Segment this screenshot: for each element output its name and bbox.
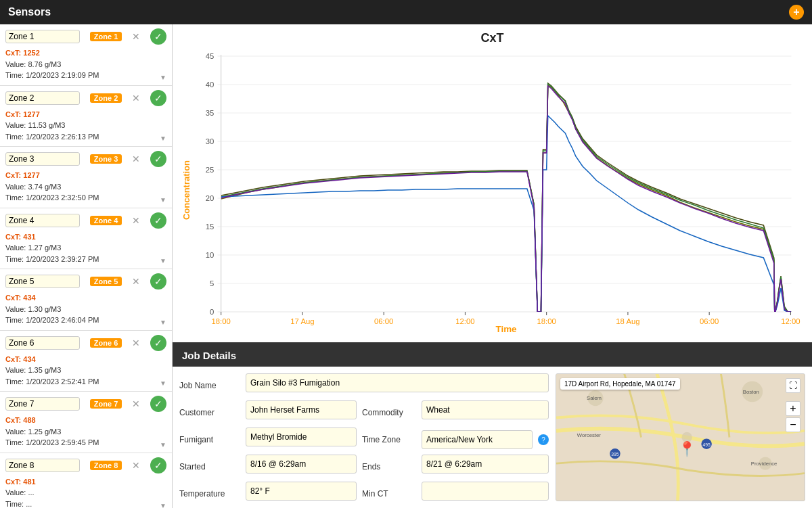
- sensor-check-3: ✓: [150, 151, 166, 167]
- sensor-check-6: ✓: [150, 335, 166, 351]
- sensor-check-2: ✓: [150, 90, 166, 106]
- sensor-info-7: CxT: 488 Value: 1.25 g/M3 Time: 1/20/202…: [5, 415, 166, 448]
- sensor-time-3: Time: 1/20/2023 2:32:50 PM: [5, 192, 166, 204]
- sensor-expand-6[interactable]: ▼: [160, 379, 166, 387]
- map-zoom-out-button[interactable]: −: [786, 417, 800, 432]
- sensor-check-1: ✓: [150, 28, 166, 45]
- commodity-input[interactable]: [422, 400, 549, 419]
- chart-title: CxT: [179, 31, 805, 45]
- sensor-badge-3: Zone 3: [90, 154, 122, 164]
- sensor-cxt-7: CxT: 488: [5, 415, 166, 426]
- timezone-input[interactable]: [422, 430, 533, 449]
- sensor-cxt-3: CxT: 1277: [5, 170, 166, 181]
- sensor-cxt-5: CxT: 434: [5, 292, 166, 304]
- right-panel: CxT Concentration 0: [173, 24, 812, 508]
- sensor-expand-8[interactable]: ▼: [160, 502, 166, 508]
- svg-text:17 Aug: 17 Aug: [290, 317, 314, 325]
- sensor-expand-1[interactable]: ▼: [160, 74, 166, 81]
- sensor-cxt-4: CxT: 431: [5, 231, 166, 243]
- sensor-value-4: Value: 1.27 g/M3: [5, 242, 166, 254]
- sensor-name-input-1[interactable]: [5, 30, 80, 43]
- svg-text:18 Aug: 18 Aug: [616, 317, 639, 325]
- sensor-value-8: Value: ...: [5, 487, 166, 499]
- map-placeholder: Salem Boston Worcester Providence 📍 395 …: [556, 374, 805, 501]
- customer-input[interactable]: [246, 400, 357, 419]
- sensor-close-button-4[interactable]: ✕: [132, 215, 140, 226]
- sensor-card-4: Zone 4 ✕ ✓ CxT: 431 Value: 1.27 g/M3 Tim…: [0, 208, 172, 270]
- ends-input[interactable]: [422, 455, 549, 474]
- sensor-card-5: Zone 5 ✕ ✓ CxT: 434 Value: 1.30 g/M3 Tim…: [0, 269, 172, 331]
- sensor-check-5: ✓: [150, 273, 166, 290]
- sensor-cxt-2: CxT: 1277: [5, 109, 166, 120]
- sensor-name-input-7[interactable]: [5, 397, 80, 411]
- svg-text:Salem: Salem: [587, 395, 602, 401]
- svg-text:40: 40: [206, 80, 215, 89]
- sensor-close-button-1[interactable]: ✕: [132, 31, 140, 42]
- sensor-name-input-2[interactable]: [5, 91, 80, 105]
- svg-text:12:00: 12:00: [781, 317, 800, 325]
- sensor-time-2: Time: 1/20/2023 2:26:13 PM: [5, 131, 166, 143]
- temperature-input[interactable]: [246, 482, 357, 501]
- fumigant-input[interactable]: [246, 428, 357, 446]
- sensor-expand-7[interactable]: ▼: [160, 441, 166, 448]
- map-address: 17D Airport Rd, Hopedale, MA 01747: [560, 378, 680, 390]
- sensor-close-button-6[interactable]: ✕: [132, 338, 140, 348]
- chart-svg: Concentration 0 5 10 15 20 25: [179, 48, 805, 332]
- svg-text:Providence: Providence: [751, 461, 777, 467]
- sensor-expand-5[interactable]: ▼: [160, 319, 166, 326]
- sensor-card-2: Zone 2 ✕ ✓ CxT: 1277 Value: 11.53 g/M3 T…: [0, 86, 172, 147]
- sensor-time-1: Time: 1/20/2023 2:19:09 PM: [5, 70, 166, 81]
- sensor-time-8: Time: ...: [5, 499, 166, 509]
- started-input[interactable]: [246, 455, 357, 474]
- timezone-label: Time Zone: [362, 428, 416, 452]
- sensor-time-4: Time: 1/20/2023 2:39:27 PM: [5, 254, 166, 265]
- svg-text:25: 25: [206, 166, 215, 174]
- sensor-expand-4[interactable]: ▼: [160, 257, 166, 264]
- sensor-card-1: Zone 1 ✕ ✓ CxT: 1252 Value: 8.76 g/M3 Ti…: [0, 24, 172, 86]
- svg-text:395: 395: [611, 453, 619, 457]
- sensor-name-input-3[interactable]: [5, 152, 80, 166]
- sensor-close-button-7[interactable]: ✕: [132, 398, 140, 409]
- sensor-name-input-4[interactable]: [5, 214, 80, 227]
- svg-text:35: 35: [206, 109, 215, 117]
- ends-label: Ends: [362, 455, 416, 479]
- sensor-card-3: Zone 3 ✕ ✓ CxT: 1277 Value: 3.74 g/M3 Ti…: [0, 147, 172, 208]
- sensor-card-7: Zone 7 ✕ ✓ CxT: 488 Value: 1.25 g/M3 Tim…: [0, 392, 172, 453]
- add-sensor-button[interactable]: +: [789, 5, 804, 20]
- svg-text:45: 45: [206, 52, 215, 60]
- svg-text:06:00: 06:00: [374, 317, 393, 325]
- app-title: Sensors: [8, 6, 51, 18]
- sensor-badge-2: Zone 2: [90, 93, 122, 103]
- svg-text:18:00: 18:00: [537, 317, 556, 325]
- min-ct-input[interactable]: [422, 482, 549, 501]
- sensor-name-input-8[interactable]: [5, 459, 80, 472]
- sensor-expand-2[interactable]: ▼: [160, 135, 166, 142]
- svg-text:📍: 📍: [678, 440, 696, 458]
- svg-text:06:00: 06:00: [700, 317, 719, 325]
- map-zoom-in-button[interactable]: +: [786, 401, 800, 416]
- job-name-input[interactable]: [246, 373, 549, 392]
- sensor-value-3: Value: 3.74 g/M3: [5, 181, 166, 193]
- map-fullscreen-button[interactable]: ⛶: [786, 378, 800, 393]
- timezone-help-icon[interactable]: ?: [538, 434, 549, 445]
- sensor-info-5: CxT: 434 Value: 1.30 g/M3 Time: 1/20/202…: [5, 292, 166, 326]
- svg-text:20: 20: [206, 194, 215, 202]
- sensor-expand-3[interactable]: ▼: [160, 196, 166, 204]
- fumigant-label: Fumigant: [179, 428, 240, 452]
- chart-container: Concentration 0 5 10 15 20 25: [179, 48, 805, 332]
- min-ct-label: Min CT: [362, 482, 416, 506]
- sensor-name-input-6[interactable]: [5, 336, 80, 350]
- sensor-info-8: CxT: 481 Value: ... Time: ...: [5, 476, 166, 509]
- svg-text:15: 15: [206, 223, 215, 231]
- sensor-name-input-5[interactable]: [5, 275, 80, 288]
- sensor-close-button-5[interactable]: ✕: [132, 276, 140, 287]
- main-layout: Zone 1 ✕ ✓ CxT: 1252 Value: 8.76 g/M3 Ti…: [0, 24, 812, 508]
- sensor-info-1: CxT: 1252 Value: 8.76 g/M3 Time: 1/20/20…: [5, 47, 166, 81]
- sensor-card-6: Zone 6 ✕ ✓ CxT: 434 Value: 1.35 g/M3 Tim…: [0, 331, 172, 392]
- svg-text:Concentration: Concentration: [181, 160, 191, 220]
- job-form: Job Name Customer Commodity Fumigant Tim…: [179, 373, 549, 506]
- sensor-close-button-8[interactable]: ✕: [132, 460, 140, 471]
- sensor-card-8: Zone 8 ✕ ✓ CxT: 481 Value: ... Time: ...…: [0, 453, 172, 509]
- sensor-close-button-2[interactable]: ✕: [132, 93, 140, 103]
- sensor-close-button-3[interactable]: ✕: [132, 154, 140, 164]
